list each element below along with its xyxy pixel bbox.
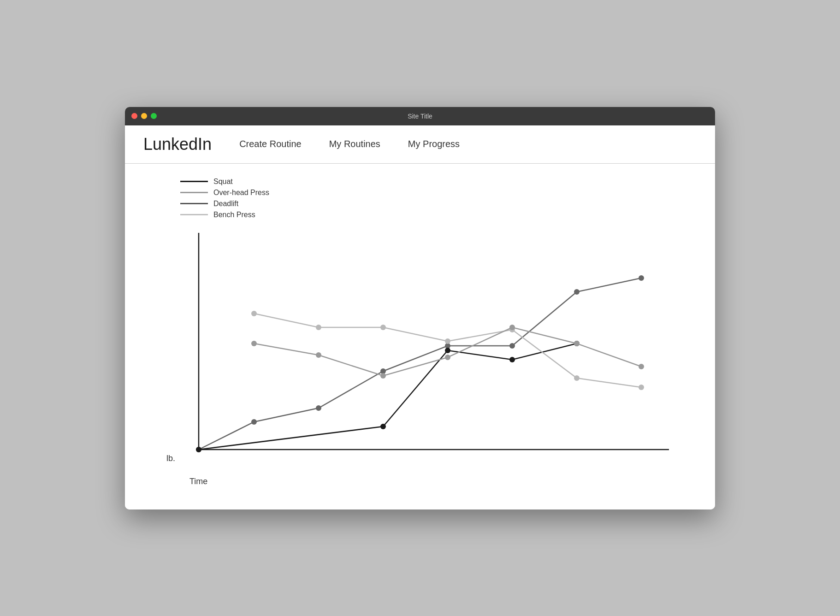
legend-line-deadlift bbox=[180, 203, 208, 204]
legend-line-overhead bbox=[180, 192, 208, 193]
legend-label-overhead: Over-head Press bbox=[213, 189, 269, 197]
squat-point bbox=[196, 447, 201, 452]
close-button[interactable] bbox=[131, 113, 137, 119]
chart-legend: Squat Over-head Press Deadlift Bench Pre… bbox=[180, 178, 697, 219]
window-title: Site Title bbox=[408, 113, 432, 120]
maximize-button[interactable] bbox=[151, 113, 157, 119]
nav-my-routines[interactable]: My Routines bbox=[329, 139, 380, 149]
app-window: Site Title LunkedIn Create Routine My Ro… bbox=[125, 107, 715, 509]
deadlift-point bbox=[639, 275, 644, 281]
bench-point bbox=[639, 385, 644, 390]
squat-point bbox=[380, 424, 386, 429]
titlebar-buttons bbox=[131, 113, 157, 119]
squat-line bbox=[199, 344, 577, 450]
overhead-point bbox=[574, 341, 580, 346]
overhead-point bbox=[251, 341, 257, 346]
site-logo[interactable]: LunkedIn bbox=[143, 135, 212, 154]
navbar: LunkedIn Create Routine My Routines My P… bbox=[125, 125, 715, 164]
legend-item-bench: Bench Press bbox=[180, 211, 697, 219]
bench-point bbox=[251, 311, 257, 316]
bench-point bbox=[445, 338, 450, 344]
nav-my-progress[interactable]: My Progress bbox=[408, 139, 460, 149]
deadlift-point bbox=[509, 343, 515, 349]
overhead-point bbox=[509, 325, 515, 330]
deadlift-line bbox=[199, 278, 641, 450]
deadlift-point bbox=[574, 289, 580, 295]
squat-point bbox=[445, 348, 450, 353]
legend-line-squat bbox=[180, 181, 208, 182]
main-content: Squat Over-head Press Deadlift Bench Pre… bbox=[125, 164, 715, 509]
bench-point bbox=[380, 325, 386, 330]
legend-label-deadlift: Deadlift bbox=[213, 200, 238, 208]
overhead-point bbox=[380, 373, 386, 379]
overhead-point bbox=[445, 355, 450, 360]
legend-item-deadlift: Deadlift bbox=[180, 200, 697, 208]
bench-point bbox=[574, 375, 580, 381]
titlebar: Site Title bbox=[125, 107, 715, 125]
y-axis-label: lb. bbox=[166, 454, 175, 463]
deadlift-point bbox=[316, 405, 321, 411]
chart-container: lb. Time bbox=[162, 224, 697, 491]
legend-label-squat: Squat bbox=[213, 178, 233, 186]
legend-item-overhead: Over-head Press bbox=[180, 189, 697, 197]
legend-item-squat: Squat bbox=[180, 178, 697, 186]
legend-label-bench: Bench Press bbox=[213, 211, 255, 219]
minimize-button[interactable] bbox=[141, 113, 147, 119]
legend-line-bench bbox=[180, 214, 208, 215]
overhead-point bbox=[316, 352, 321, 358]
deadlift-point bbox=[251, 419, 257, 425]
overhead-point bbox=[639, 364, 644, 369]
squat-point bbox=[509, 357, 515, 362]
nav-create-routine[interactable]: Create Routine bbox=[239, 139, 302, 149]
nav-links: Create Routine My Routines My Progress bbox=[239, 139, 460, 149]
x-axis-label: Time bbox=[189, 477, 207, 486]
bench-point bbox=[316, 325, 321, 330]
progress-chart bbox=[162, 224, 692, 491]
